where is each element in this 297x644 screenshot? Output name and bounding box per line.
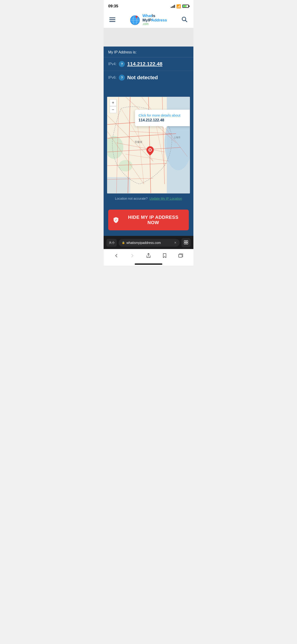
popup-content[interactable]: Click for more details about 114.212.122…: [138, 113, 190, 123]
chevron-down-icon: [144, 84, 153, 90]
logo-text: WhatIs MyIPAddress .com: [142, 14, 167, 26]
ip-section-heading: My IP Address is:: [104, 46, 194, 57]
popup-line1: Click for more details about: [138, 113, 180, 117]
site-header: WhatIs MyIPAddress .com: [104, 12, 194, 28]
ipv6-help-button[interactable]: ?: [119, 75, 125, 80]
bookmarks-button[interactable]: [160, 252, 169, 260]
map-popup: × Click for more details about 114.212.1…: [135, 110, 190, 126]
svg-text:安徽省: 安徽省: [135, 140, 142, 143]
svg-line-9: [185, 20, 187, 22]
ip-section: My IP Address is: IPv4: ? 114.212.122.48…: [104, 46, 194, 236]
chevron-separator: [104, 84, 194, 92]
status-icons: 📶 ⚡: [171, 4, 189, 8]
svg-point-39: [149, 149, 151, 151]
close-tab-button[interactable]: ×: [174, 241, 176, 245]
share-icon: [146, 253, 151, 258]
update-location-link[interactable]: Update My IP Location: [150, 197, 182, 200]
location-update-section: Location not accurate? Update My IP Loca…: [107, 194, 190, 204]
browser-url-bar[interactable]: 🔒 whatismyipaddress.com ×: [118, 239, 180, 247]
wifi-icon: 📶: [176, 4, 181, 8]
ipv6-value: Not detected: [127, 75, 158, 80]
ipv4-help-button[interactable]: ?: [119, 61, 125, 67]
svg-point-6: [136, 16, 138, 18]
font-size-label: 大小: [109, 241, 115, 245]
home-bar: [135, 264, 162, 265]
svg-text:上海市: 上海市: [174, 136, 180, 139]
map-controls: + −: [110, 99, 116, 113]
share-button[interactable]: [144, 252, 153, 260]
hide-ip-section: ✓ HIDE MY IP ADDRESS NOW: [104, 206, 194, 236]
zoom-out-button[interactable]: −: [110, 106, 116, 113]
bookmarks-icon: [162, 253, 168, 258]
ad-banner: [104, 28, 194, 46]
svg-text:✓: ✓: [115, 218, 117, 221]
svg-rect-42: [186, 240, 188, 242]
battery-icon: ⚡: [182, 4, 189, 8]
search-icon: [181, 16, 188, 22]
svg-rect-44: [186, 242, 188, 244]
map-section: 安徽省 上海市 + − ×: [104, 92, 194, 206]
svg-marker-10: [144, 85, 153, 89]
ipv4-row: IPv4: ? 114.212.122.48: [104, 57, 194, 71]
tabs-icon: [178, 253, 184, 258]
forward-icon: [130, 253, 135, 258]
signal-bars-icon: [171, 4, 175, 8]
hide-ip-button[interactable]: ✓ HIDE MY IP ADDRESS NOW: [108, 210, 189, 230]
back-button[interactable]: [112, 252, 120, 260]
url-text: whatismyipaddress.com: [126, 241, 161, 244]
battery-bolt: ⚡: [184, 5, 187, 7]
svg-point-16: [119, 160, 132, 172]
map-container[interactable]: 安徽省 上海市 + − ×: [107, 97, 190, 194]
svg-rect-46: [179, 254, 182, 257]
browser-tab-switcher[interactable]: [182, 238, 191, 247]
home-indicator: [104, 262, 194, 266]
hamburger-menu-button[interactable]: [108, 16, 116, 23]
lock-icon: 🔒: [122, 241, 125, 244]
location-update-text: Location not accurate?: [115, 197, 148, 200]
map-location-pin[interactable]: [146, 146, 154, 156]
tabs-button[interactable]: [176, 252, 185, 260]
shield-icon: ✓: [113, 217, 119, 223]
site-logo[interactable]: WhatIs MyIPAddress .com: [130, 14, 167, 26]
tab-grid-icon: [184, 240, 188, 244]
popup-ip: 114.212.122.48: [138, 118, 164, 122]
bottom-nav: [104, 249, 194, 262]
ipv6-row: IPv6: ? Not detected: [104, 71, 194, 84]
svg-rect-43: [184, 242, 186, 244]
browser-bar: 大小 🔒 whatismyipaddress.com ×: [104, 236, 194, 249]
ipv6-label: IPv6:: [108, 76, 116, 80]
browser-font-size-button[interactable]: 大小: [106, 239, 117, 247]
ipv4-value[interactable]: 114.212.122.48: [127, 61, 162, 67]
status-time: 09:35: [108, 4, 118, 8]
hide-ip-label: HIDE MY IP ADDRESS NOW: [122, 215, 184, 225]
forward-button[interactable]: [128, 252, 136, 260]
svg-rect-13: [107, 177, 130, 194]
back-icon: [114, 253, 119, 258]
ipv4-label: IPv4:: [108, 62, 116, 66]
map-pin-icon: [146, 146, 154, 156]
status-bar: 09:35 📶 ⚡: [104, 0, 194, 12]
zoom-in-button[interactable]: +: [110, 99, 116, 106]
search-button[interactable]: [180, 15, 189, 25]
globe-icon: [130, 14, 141, 26]
svg-rect-41: [184, 240, 186, 242]
